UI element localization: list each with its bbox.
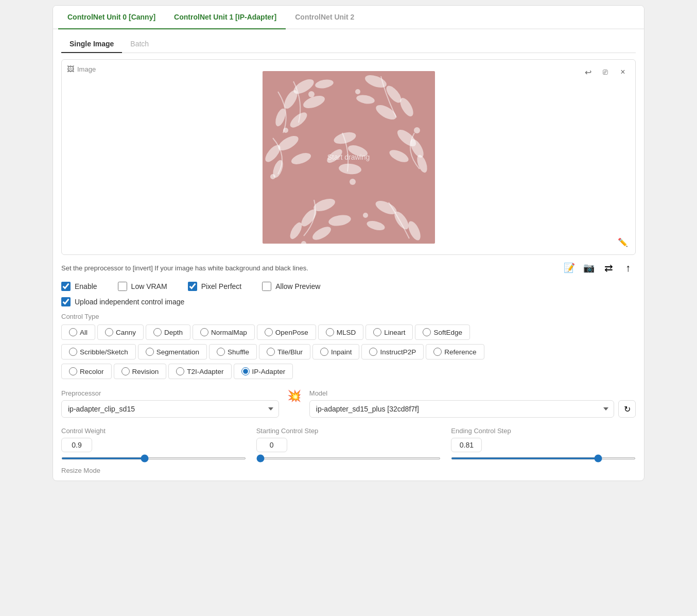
svg-point-21 xyxy=(327,213,352,227)
control-weight-group: Control Weight 0.9 xyxy=(61,427,246,459)
radio-lineart[interactable]: Lineart xyxy=(365,324,413,340)
control-weight-value-row: 0.9 xyxy=(61,438,246,452)
allow-preview-input[interactable] xyxy=(262,282,271,291)
action-icons: 📝 📷 ⇄ ↑ xyxy=(562,260,636,276)
starting-control-step-slider[interactable] xyxy=(256,457,441,459)
model-select[interactable]: ip-adapter_sd15_plus [32cd8f7f] xyxy=(309,400,614,418)
control-weight-value: 0.9 xyxy=(61,438,92,452)
svg-point-37 xyxy=(350,179,356,185)
sliders-row: Control Weight 0.9 Starting Control Step… xyxy=(61,427,636,459)
upload-independent-checkbox[interactable]: Upload independent control image xyxy=(61,297,184,306)
control-weight-slider[interactable] xyxy=(61,457,246,459)
svg-point-10 xyxy=(373,102,398,122)
ending-control-step-slider[interactable] xyxy=(451,457,636,459)
enable-label: Enable xyxy=(75,282,97,290)
starting-control-step-value: 0 xyxy=(256,438,287,452)
radio-instructp2p[interactable]: InstructP2P xyxy=(361,344,424,360)
radio-depth[interactable]: Depth xyxy=(146,324,190,340)
close-button[interactable]: × xyxy=(616,65,630,79)
low-vram-input[interactable] xyxy=(118,282,127,291)
low-vram-checkbox[interactable]: Low VRAM xyxy=(118,282,167,291)
notes-icon-button[interactable]: 📝 xyxy=(562,260,577,276)
radio-t2i-adapter[interactable]: T2I-Adapter xyxy=(168,364,231,379)
tab-controlnet-2[interactable]: ControlNet Unit 2 xyxy=(286,6,363,29)
low-vram-label: Low VRAM xyxy=(131,282,167,290)
edit-pencil-button[interactable]: ✏️ xyxy=(616,235,630,249)
tab-single-image[interactable]: Single Image xyxy=(61,36,122,53)
checkboxes-row-1: Enable Low VRAM Pixel Perfect Allow Prev… xyxy=(61,282,636,291)
radio-shuffle[interactable]: Shuffle xyxy=(209,344,257,360)
model-group: Model ip-adapter_sd15_plus [32cd8f7f] ↻ xyxy=(309,389,636,418)
panel-content: Single Image Batch 🖼 Image ↩ ⎚ × xyxy=(53,29,644,481)
radio-softedge[interactable]: SoftEdge xyxy=(415,324,470,340)
radio-ip-adapter[interactable]: IP-Adapter xyxy=(234,364,293,379)
model-label: Model xyxy=(309,389,636,397)
svg-point-38 xyxy=(363,213,368,218)
main-container: ControlNet Unit 0 [Canny] ControlNet Uni… xyxy=(53,5,644,481)
svg-point-17 xyxy=(415,153,429,174)
info-row: Set the preprocessor to [invert] If your… xyxy=(61,260,636,276)
svg-point-14 xyxy=(290,150,312,166)
pixel-perfect-checkbox[interactable]: Pixel Perfect xyxy=(188,282,242,291)
swap-icon-button[interactable]: ⇄ xyxy=(601,260,616,276)
undo-button[interactable]: ↩ xyxy=(581,65,595,79)
radio-normalmap[interactable]: NormalMap xyxy=(193,324,255,340)
svg-point-31 xyxy=(338,163,362,175)
svg-point-35 xyxy=(414,127,420,133)
control-type-label: Control Type xyxy=(61,313,636,320)
top-tabs: ControlNet Unit 0 [Canny] ControlNet Uni… xyxy=(53,6,644,29)
preprocessor-select[interactable]: ip-adapter_clip_sd15 xyxy=(61,400,279,418)
svg-point-4 xyxy=(287,110,309,130)
tab-controlnet-1[interactable]: ControlNet Unit 1 [IP-Adapter] xyxy=(165,6,286,29)
eraser-button[interactable]: ⎚ xyxy=(598,65,613,79)
allow-preview-label: Allow Preview xyxy=(275,282,320,290)
radio-inpaint[interactable]: Inpaint xyxy=(312,344,360,360)
enable-input[interactable] xyxy=(61,282,71,291)
starting-control-step-label: Starting Control Step xyxy=(256,427,441,435)
radio-openpose[interactable]: OpenPose xyxy=(257,324,316,340)
svg-point-28 xyxy=(333,130,357,146)
radio-mlsd[interactable]: MLSD xyxy=(318,324,364,340)
radio-scribble[interactable]: Scribble/Sketch xyxy=(61,344,136,360)
image-label: 🖼 Image xyxy=(67,65,96,73)
preprocessor-label: Preprocessor xyxy=(61,389,279,397)
radio-all[interactable]: All xyxy=(61,324,95,340)
image-upload-area[interactable]: 🖼 Image ↩ ⎚ × xyxy=(61,59,636,255)
explosion-icon[interactable]: 💥 xyxy=(287,389,301,403)
allow-preview-checkbox[interactable]: Allow Preview xyxy=(262,282,320,291)
start-drawing-text: Start drawing xyxy=(327,153,370,161)
upload-independent-input[interactable] xyxy=(61,297,71,306)
enable-checkbox[interactable]: Enable xyxy=(61,282,97,291)
pixel-perfect-input[interactable] xyxy=(188,282,197,291)
control-type-radio-grid-3: Recolor Revision T2I-Adapter IP-Adapter xyxy=(61,364,636,381)
radio-canny[interactable]: Canny xyxy=(97,324,144,340)
control-type-radio-grid: All Canny Depth NormalMap OpenPose MLSD … xyxy=(61,324,636,342)
preprocessor-model-row: Preprocessor ip-adapter_clip_sd15 💥 Mode… xyxy=(61,389,636,418)
image-label-text: Image xyxy=(77,65,96,73)
refresh-button[interactable]: ↻ xyxy=(618,400,636,418)
image-controls: ↩ ⎚ × xyxy=(581,65,630,79)
svg-point-39 xyxy=(301,241,306,244)
radio-segmentation[interactable]: Segmentation xyxy=(138,344,207,360)
upload-icon-button[interactable]: ↑ xyxy=(620,260,636,276)
resize-mode-label: Resize Mode xyxy=(61,467,636,474)
svg-point-18 xyxy=(388,147,410,164)
radio-recolor[interactable]: Recolor xyxy=(61,364,112,379)
starting-control-step-value-row: 0 xyxy=(256,438,441,452)
tab-batch[interactable]: Batch xyxy=(122,36,157,53)
svg-point-33 xyxy=(355,89,360,94)
checkboxes-row-2: Upload independent control image xyxy=(61,297,636,306)
svg-point-23 xyxy=(310,224,333,243)
svg-point-27 xyxy=(406,219,423,242)
tab-controlnet-0[interactable]: ControlNet Unit 0 [Canny] xyxy=(58,6,165,29)
control-type-radio-grid-2: Scribble/Sketch Segmentation Shuffle Til… xyxy=(61,344,636,362)
floral-image: Start drawing xyxy=(263,71,435,244)
svg-point-26 xyxy=(365,219,386,232)
svg-point-5 xyxy=(314,78,334,89)
radio-reference[interactable]: Reference xyxy=(426,344,484,360)
pixel-perfect-label: Pixel Perfect xyxy=(201,282,242,290)
camera-icon-button[interactable]: 📷 xyxy=(581,260,597,276)
radio-tile-blur[interactable]: Tile/Blur xyxy=(259,344,310,360)
svg-point-32 xyxy=(308,91,315,97)
radio-revision[interactable]: Revision xyxy=(114,364,167,379)
